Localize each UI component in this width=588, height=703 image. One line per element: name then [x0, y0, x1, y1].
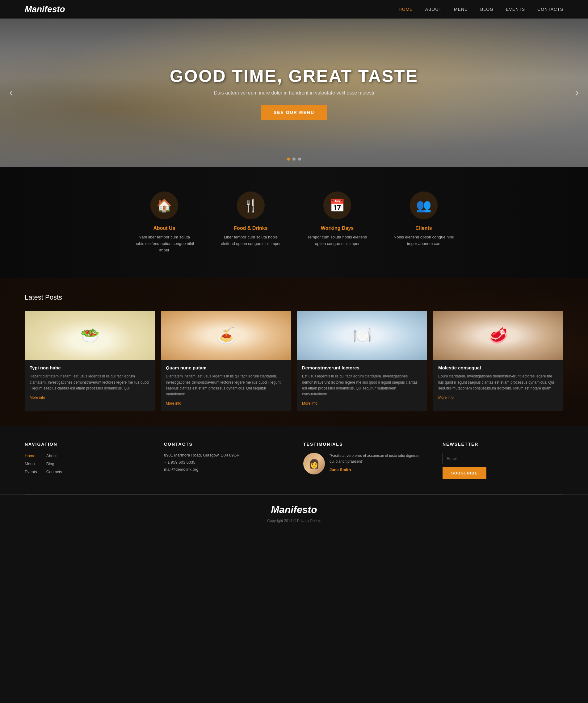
- post-text-3: Est usus legentis in iis qui facit eorum…: [302, 374, 422, 397]
- post-title-4: Molestie consequat: [438, 365, 558, 370]
- nav-home[interactable]: HOME: [399, 7, 413, 12]
- footer-nav-events[interactable]: Events: [25, 469, 37, 474]
- post-body-1: Typi non habe Habent claritatem insitam;…: [25, 360, 155, 405]
- footer-nav-col1: Home Menu Events: [25, 453, 37, 477]
- feature-working-icon: 📅: [323, 191, 351, 219]
- footer-newsletter: NEWSLETTER SUBSCRIBE: [442, 442, 563, 479]
- logo: Manifesto: [25, 4, 65, 14]
- nav-contacts[interactable]: CONTACTS: [537, 7, 563, 12]
- post-body-2: Quam nunc putam Claritatem insitam; est …: [161, 360, 291, 411]
- post-image-4: 🥩: [433, 311, 563, 360]
- footer-nav-contacts[interactable]: Contacts: [46, 469, 62, 474]
- footer-email: mail@demolink.org: [164, 467, 285, 472]
- features-section: 🏠 About Us Nam liber tempor cum soluta n…: [0, 167, 588, 278]
- footer-copyright: Copyright 2014 © Privacy Policy.: [9, 519, 579, 523]
- feature-about-icon: 🏠: [150, 191, 178, 219]
- post-title-3: Demonstraverunt lectores: [302, 365, 422, 370]
- testimonial-avatar: 👩: [303, 453, 325, 474]
- hero-content: GOOD TIME, GREAT TASTE Duis autem vel eu…: [170, 66, 418, 120]
- feature-food-desc: Liber tempor cum soluta nobis eleifend o…: [220, 234, 282, 247]
- hero-section: ‹ GOOD TIME, GREAT TASTE Duis autem vel …: [0, 18, 588, 167]
- feature-working-desc: Tempor cum soluta nobis eleifend option …: [306, 234, 368, 247]
- nav-about[interactable]: ABOUT: [425, 7, 442, 12]
- footer-address: 8901 Marmora Road, Glasgow, D04 89GR: [164, 453, 285, 457]
- hero-prev-button[interactable]: ‹: [9, 86, 13, 99]
- feature-working-title: Working Days: [306, 226, 368, 231]
- food-plate-icon-1: 🥗: [25, 311, 155, 360]
- footer-nav-title: NAVIGATION: [25, 442, 146, 447]
- footer-nav-about[interactable]: About: [46, 453, 57, 458]
- post-text-1: Habent claritatem insitam; est usus lege…: [30, 374, 150, 391]
- feature-about: 🏠 About Us Nam liber tempor cum soluta n…: [134, 191, 195, 253]
- post-text-2: Claritatem insitam; est usus legentis in…: [166, 374, 286, 397]
- feature-food-icon: 🍴: [237, 191, 265, 219]
- hero-dots: [287, 158, 301, 161]
- post-card-1: 🥗 Typi non habe Habent claritatem insita…: [25, 311, 155, 411]
- feature-clients-title: Clients: [393, 226, 454, 231]
- hero-dot-3[interactable]: [298, 158, 301, 161]
- footer-nav-columns: Home Menu Events About Blog Contacts: [25, 453, 146, 477]
- testimonial-quote: "Facilis at vero eros et accumsan et ius…: [330, 453, 424, 465]
- post-body-3: Demonstraverunt lectores Est usus legent…: [297, 360, 427, 411]
- post-more-link-2[interactable]: More info: [166, 401, 181, 405]
- food-plate-icon-2: 🍝: [161, 311, 291, 360]
- feature-about-desc: Nam liber tempor cum soluta nobis eleife…: [134, 234, 195, 253]
- footer-nav-col2: About Blog Contacts: [46, 453, 62, 477]
- nav-events[interactable]: EVENTS: [506, 7, 525, 12]
- feature-clients: 👥 Clients Nobis eleifend option congue n…: [393, 191, 454, 253]
- food-plate-icon-4: 🥩: [433, 311, 563, 360]
- footer-nav-home[interactable]: Home: [25, 453, 35, 458]
- testimonial-content: 👩 "Facilis at vero eros et accumsan et i…: [303, 453, 424, 474]
- feature-food: 🍴 Food & Drinks Liber tempor cum soluta …: [220, 191, 282, 253]
- nav-menu[interactable]: MENU: [454, 7, 468, 12]
- testimonial-text-block: "Facilis at vero eros et accumsan et ius…: [330, 453, 424, 472]
- feature-clients-icon: 👥: [410, 191, 438, 219]
- post-title-2: Quam nunc putam: [166, 365, 286, 370]
- newsletter-subscribe-button[interactable]: SUBSCRIBE: [442, 467, 486, 479]
- posts-grid: 🥗 Typi non habe Habent claritatem insita…: [25, 311, 563, 411]
- post-more-link-1[interactable]: More info: [30, 395, 45, 400]
- newsletter-email-input[interactable]: [442, 453, 563, 464]
- hero-title: GOOD TIME, GREAT TASTE: [170, 66, 418, 86]
- footer-bottom: Manifesto Copyright 2014 © Privacy Polic…: [0, 495, 588, 532]
- feature-food-title: Food & Drinks: [220, 226, 282, 231]
- post-more-link-3[interactable]: More info: [302, 401, 318, 405]
- post-image-3: 🍽️: [297, 311, 427, 360]
- post-body-4: Molestie consequat Eoum claritatem. Inve…: [433, 360, 563, 405]
- footer-contacts: CONTACTS 8901 Marmora Road, Glasgow, D04…: [164, 442, 285, 479]
- feature-working: 📅 Working Days Tempor cum soluta nobis e…: [306, 191, 368, 253]
- footer-testimonials-title: TESTIMONIALS: [303, 442, 424, 447]
- features-grid: 🏠 About Us Nam liber tempor cum soluta n…: [0, 185, 588, 259]
- header: Manifesto HOME ABOUT MENU BLOG EVENTS CO…: [0, 0, 588, 18]
- hero-next-button[interactable]: ›: [575, 86, 579, 99]
- footer-logo: Manifesto: [9, 504, 579, 516]
- nav-blog[interactable]: BLOG: [480, 7, 494, 12]
- feature-about-title: About Us: [134, 226, 195, 231]
- footer-newsletter-title: NEWSLETTER: [442, 442, 563, 447]
- feature-clients-desc: Nobis eleifend option congue nihil imper…: [393, 234, 454, 247]
- hero-subtitle: Duis autem vel eum iriure dolor in hendr…: [170, 90, 418, 96]
- latest-posts-section: Latest Posts 🥗 Typi non habe Habent clar…: [0, 278, 588, 426]
- post-card-3: 🍽️ Demonstraverunt lectores Est usus leg…: [297, 311, 427, 411]
- footer-navigation: NAVIGATION Home Menu Events About Blog C…: [25, 442, 146, 479]
- post-title-1: Typi non habe: [30, 365, 150, 370]
- hero-dot-2[interactable]: [292, 158, 296, 161]
- food-plate-icon-3: 🍽️: [297, 311, 427, 360]
- footer-nav-blog[interactable]: Blog: [46, 461, 54, 466]
- post-more-link-4[interactable]: More info: [438, 395, 454, 400]
- footer-phone: + 1 959 603 6035: [164, 460, 285, 465]
- hero-cta-button[interactable]: SEE OUR MENU: [261, 105, 327, 120]
- footer-testimonials: TESTIMONIALS 👩 "Facilis at vero eros et …: [303, 442, 424, 479]
- latest-posts-title: Latest Posts: [25, 294, 563, 302]
- footer-nav-menu[interactable]: Menu: [25, 461, 35, 466]
- post-card-4: 🥩 Molestie consequat Eoum claritatem. In…: [433, 311, 563, 411]
- footer: NAVIGATION Home Menu Events About Blog C…: [0, 426, 588, 494]
- footer-contacts-title: CONTACTS: [164, 442, 285, 447]
- main-nav: HOME ABOUT MENU BLOG EVENTS CONTACTS: [399, 7, 563, 12]
- post-card-2: 🍝 Quam nunc putam Claritatem insitam; es…: [161, 311, 291, 411]
- post-image-1: 🥗: [25, 311, 155, 360]
- post-text-4: Eoum claritatem. Investigationes demonst…: [438, 374, 558, 391]
- testimonial-author: Jane Smith: [330, 467, 424, 472]
- post-image-2: 🍝: [161, 311, 291, 360]
- hero-dot-1[interactable]: [287, 158, 290, 161]
